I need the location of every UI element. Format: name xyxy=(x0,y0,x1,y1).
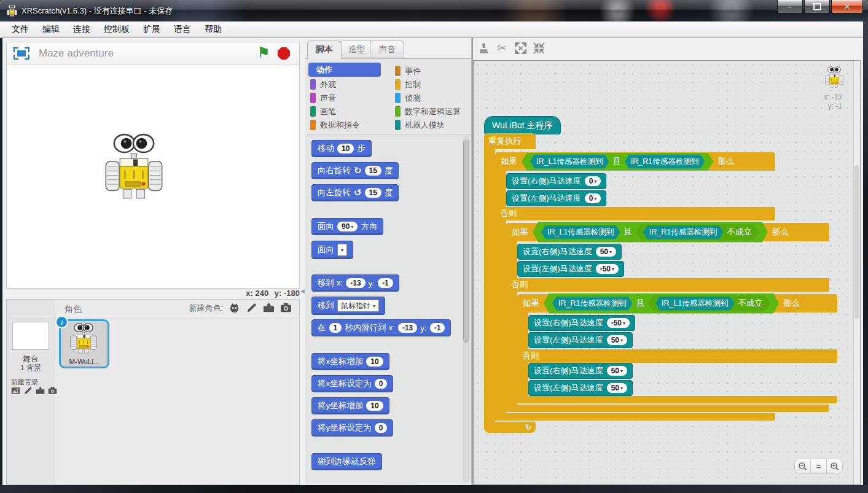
if-block-3-else[interactable]: 否则 xyxy=(517,349,837,363)
category-data[interactable]: 数据和指令 xyxy=(310,118,360,131)
block-goto-xy[interactable]: 移到 x: -13 y: -1 xyxy=(311,274,399,292)
paint-sprite-icon[interactable] xyxy=(246,302,257,314)
stage-sprite-robot[interactable] xyxy=(105,133,163,200)
menu-connect[interactable]: 连接 xyxy=(66,22,97,37)
if-block-2-wall[interactable] xyxy=(506,241,517,412)
goto-target-dropdown[interactable]: 鼠标指针▾ xyxy=(337,300,379,312)
direction-dropdown[interactable]: 90▾ xyxy=(337,222,358,231)
steps-value[interactable]: 10 xyxy=(337,144,354,153)
palette-scrollbar-thumb[interactable] xyxy=(463,140,469,343)
set-left-motor-block[interactable]: 设置(左侧)马达速度 -50▾ xyxy=(517,261,624,277)
sensor-ir-l1[interactable]: IR_L1传感器检测到 xyxy=(655,297,734,311)
block-change-x[interactable]: 将x坐标增加 10 xyxy=(311,353,389,370)
x-value[interactable]: -13 xyxy=(346,278,365,288)
close-button[interactable]: ✕ xyxy=(831,0,863,14)
forever-block-wall[interactable] xyxy=(484,149,495,423)
sensor-ir-r1[interactable]: IR_R1传感器检测到 xyxy=(552,297,632,311)
set-left-motor-block[interactable]: 设置(左侧)马达速度 0▾ xyxy=(506,190,606,206)
if-block-1-else[interactable]: 否则 xyxy=(495,207,775,220)
block-bounce-on-edge[interactable]: 碰到边缘就反弹 xyxy=(311,453,382,470)
category-motion[interactable]: 动作 xyxy=(308,63,381,77)
upload-sprite-icon[interactable] xyxy=(263,302,275,314)
block-glide[interactable]: 在 1 秒内滑行到 x: -13 y: -1 xyxy=(311,319,451,336)
if-block-2-else[interactable]: 否则 xyxy=(506,278,829,292)
if-block-1-header[interactable]: 如果 IR_L1传感器检测到 且 IR_R1传感器检测到 那么 xyxy=(495,152,775,171)
category-sound[interactable]: 声音 xyxy=(310,91,336,104)
title-bar[interactable]: XRScratch(v1.6.3) - 没有连接串口 - 未保存 – ✕ xyxy=(0,0,868,21)
camera-sprite-icon[interactable] xyxy=(280,302,292,314)
if-block-3-header[interactable]: 如果 IR_R1传感器检测到 且 IR_L1传感器检测到 不成立 那么 xyxy=(517,294,837,312)
y-value[interactable]: -1 xyxy=(378,278,393,288)
set-right-motor-block[interactable]: 设置(右侧)马达速度 -50▾ xyxy=(528,315,635,331)
forever-block-header[interactable]: 重复执行 xyxy=(484,133,536,149)
speed-dropdown[interactable]: 50▾ xyxy=(607,335,627,345)
y-value[interactable]: -1 xyxy=(430,323,445,333)
stop-button[interactable] xyxy=(278,47,290,60)
script-scrollbar[interactable] xyxy=(853,61,860,484)
maximize-button[interactable] xyxy=(804,0,830,14)
block-goto-mouse[interactable]: 移到 鼠标指针▾ xyxy=(311,297,385,315)
block-change-y[interactable]: 将y坐标增加 10 xyxy=(311,397,389,414)
x-value[interactable]: 0 xyxy=(375,379,388,389)
speed-dropdown[interactable]: 50▾ xyxy=(596,247,616,257)
sprite-info-badge[interactable]: i xyxy=(55,316,68,328)
if-block-3-footer[interactable] xyxy=(517,396,837,403)
delta-value[interactable]: 10 xyxy=(366,357,383,367)
block-move-steps[interactable]: 移动 10 步 xyxy=(311,140,372,157)
stage-thumbnail[interactable] xyxy=(12,322,49,350)
tab-costumes[interactable]: 造型 xyxy=(340,41,374,58)
speed-dropdown[interactable]: 0▾ xyxy=(585,176,601,186)
stage-selector[interactable]: 舞台 1 背景 新建背景 xyxy=(7,300,55,484)
sprite-tile-mwulibot[interactable]: i M-WuLi... xyxy=(59,319,109,368)
category-events[interactable]: 事件 xyxy=(395,64,421,77)
y-value[interactable]: 0 xyxy=(375,423,388,433)
fullscreen-icon[interactable] xyxy=(14,47,29,60)
set-left-motor-block[interactable]: 设置(左侧)马达速度 50▾ xyxy=(528,380,633,396)
speed-dropdown[interactable]: 0▾ xyxy=(585,193,601,203)
palette-scrollbar[interactable] xyxy=(463,136,470,483)
sensor-ir-l1[interactable]: IR_L1传感器检测到 xyxy=(541,225,620,239)
block-turn-right[interactable]: 向右旋转 ↻ 15 度 xyxy=(311,162,399,179)
zoom-reset-button[interactable]: = xyxy=(810,459,827,474)
set-right-motor-block[interactable]: 设置(右侧)马达速度 0▾ xyxy=(506,173,606,189)
zoom-in-button[interactable] xyxy=(826,459,843,474)
block-turn-left[interactable]: 向左旋转 ↺ 15 度 xyxy=(311,184,399,201)
speed-dropdown[interactable]: -50▾ xyxy=(596,264,619,274)
and-operator[interactable]: IR_L1传感器检测到 且 IR_R1传感器检测到 不成立 xyxy=(533,222,768,243)
and-operator[interactable]: IR_L1传感器检测到 且 IR_R1传感器检测到 xyxy=(522,153,713,171)
sensor-ir-r1[interactable]: IR_R1传感器检测到 xyxy=(643,225,723,239)
category-looks[interactable]: 外观 xyxy=(310,78,336,91)
if-block-2-footer[interactable] xyxy=(506,405,829,412)
collapse-arrow-icon[interactable]: ◀ xyxy=(300,288,305,294)
not-operator[interactable]: IR_R1传感器检测到 不成立 xyxy=(636,224,759,241)
and-operator[interactable]: IR_R1传感器检测到 且 IR_L1传感器检测到 不成立 xyxy=(544,293,779,314)
backdrop-library-icon[interactable] xyxy=(11,386,20,395)
sensor-ir-l1[interactable]: IR_L1传感器检测到 xyxy=(530,155,609,169)
menu-language[interactable]: 语言 xyxy=(167,22,198,37)
hat-block-wulibot-main[interactable]: WuLiBot 主程序 xyxy=(484,116,561,134)
shrink-icon[interactable] xyxy=(532,41,545,55)
zoom-out-button[interactable] xyxy=(794,459,811,474)
script-canvas[interactable]: x: -13 y: -1 WuLiBot 主程序 重复执行 ↻ 如果 IR_L1… xyxy=(473,60,861,485)
degrees-value[interactable]: 15 xyxy=(365,188,381,198)
forever-block-footer[interactable]: ↻ xyxy=(484,422,536,433)
menu-extensions[interactable]: 扩展 xyxy=(136,22,167,37)
seconds-value[interactable]: 1 xyxy=(329,323,342,333)
not-operator[interactable]: IR_L1传感器检测到 不成立 xyxy=(648,295,770,312)
sprite-library-icon[interactable] xyxy=(229,302,240,314)
menu-edit[interactable]: 编辑 xyxy=(36,22,66,37)
target-dropdown[interactable]: ▾ xyxy=(337,244,347,256)
upload-backdrop-icon[interactable] xyxy=(36,386,45,395)
script-scrollbar-thumb[interactable] xyxy=(854,165,859,319)
category-control[interactable]: 控制 xyxy=(395,78,421,91)
menu-board[interactable]: 控制板 xyxy=(97,22,136,37)
if-block-1-footer[interactable] xyxy=(495,413,775,421)
category-sensing[interactable]: 侦测 xyxy=(395,91,421,104)
delta-value[interactable]: 10 xyxy=(366,401,383,411)
speed-dropdown[interactable]: 50▾ xyxy=(607,366,627,376)
stamp-icon[interactable] xyxy=(477,41,490,55)
set-right-motor-block[interactable]: 设置(右侧)马达速度 50▾ xyxy=(517,244,622,260)
green-flag-button[interactable]: ⚑ xyxy=(257,44,270,61)
category-pen[interactable]: 画笔 xyxy=(310,105,336,118)
block-set-y[interactable]: 将y坐标设定为 0 xyxy=(311,419,393,437)
